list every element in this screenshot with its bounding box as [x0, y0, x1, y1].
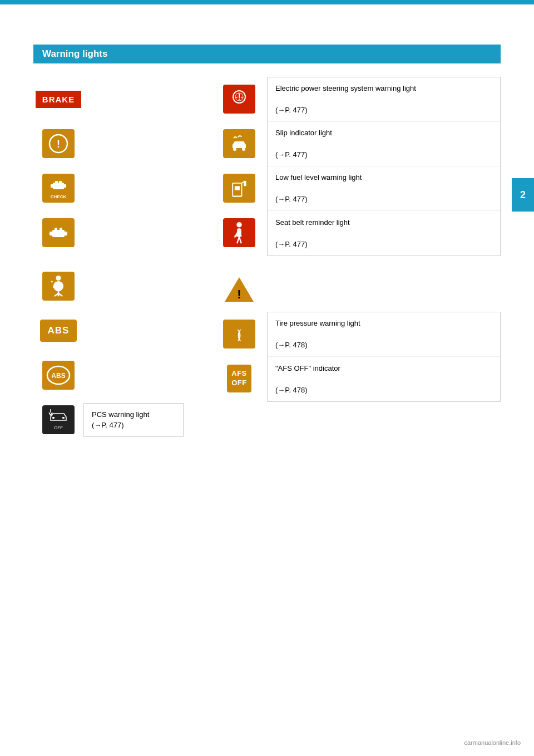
- svg-line-39: [239, 237, 241, 243]
- footer-logo: carmanualonline.info: [464, 739, 521, 746]
- check-engine-small-row: CHECK: [33, 166, 200, 210]
- warning-triangle-cell: !: [211, 267, 267, 312]
- left-column: BRAKE !: [33, 77, 200, 442]
- low-fuel-icon: [223, 174, 255, 203]
- eps-info: Electric power steering system warning l…: [268, 77, 500, 122]
- warning-triangle-icon: !: [224, 275, 255, 304]
- low-fuel-icon-cell: [211, 166, 267, 210]
- afs-off-info: "AFS OFF" indicator (→P. 478): [268, 357, 500, 401]
- airbag-icon: ✦: [42, 272, 75, 301]
- abs-off-row: ABS: [33, 353, 200, 397]
- svg-rect-9: [64, 232, 67, 235]
- svg-text:ABS: ABS: [51, 372, 65, 380]
- seatbelt-icon-cell: [211, 210, 267, 255]
- grouped-info-box-2: Tire pressure warning light (→P. 478) "A…: [267, 312, 501, 402]
- seatbelt-info: Seat belt reminder light (→P. 477): [268, 211, 500, 256]
- abs-icon: ABS: [40, 320, 77, 342]
- right-icons-group2: ( ! ) AFSOFF: [211, 312, 267, 402]
- tire-pressure-icon: ( ! ): [223, 320, 255, 348]
- svg-line-29: [241, 97, 243, 98]
- low-fuel-info: Low fuel level warning light (→P. 477): [268, 166, 500, 211]
- eps-icon: !: [223, 85, 255, 114]
- pcs-info-box: PCS warning light (→P. 477): [83, 403, 184, 437]
- svg-rect-10: [55, 228, 57, 231]
- svg-rect-3: [51, 184, 53, 188]
- warning-triangle-row: !: [211, 267, 501, 312]
- eps-icon-cell: !: [211, 77, 267, 121]
- seatbelt-icon: [223, 218, 255, 247]
- svg-text:✦: ✦: [50, 279, 54, 284]
- content-area: Warning lights BRAKE: [0, 0, 534, 475]
- pcs-row: OFF PCS warning light (→P. 477): [33, 397, 200, 442]
- abs-row: ABS: [33, 308, 200, 353]
- svg-rect-7: [52, 230, 65, 237]
- airbag-row: ✦: [33, 264, 200, 308]
- right-icons-group1: !: [211, 77, 267, 256]
- grouped-section-2: ( ! ) AFSOFF: [211, 312, 501, 402]
- engine-row: [33, 210, 200, 255]
- grouped-info-box-1: Electric power steering system warning l…: [267, 77, 501, 256]
- engine-icon: [42, 218, 75, 247]
- svg-rect-6: [59, 181, 62, 184]
- pcs-info-ref: (→P. 477): [92, 420, 175, 431]
- afs-off-icon: AFSOFF: [227, 365, 251, 392]
- svg-rect-35: [244, 181, 246, 186]
- svg-point-36: [236, 222, 242, 228]
- svg-rect-21: [52, 417, 55, 419]
- icons-layout: BRAKE !: [33, 77, 501, 442]
- hybrid-warning-row: !: [33, 121, 200, 166]
- brake-icon: BRAKE: [36, 91, 81, 108]
- svg-rect-33: [235, 186, 240, 190]
- brake-row: BRAKE: [33, 77, 200, 121]
- slip-icon: [223, 129, 255, 158]
- section-title-bar: Warning lights: [33, 45, 501, 63]
- tire-pressure-info: Tire pressure warning light (→P. 478): [268, 312, 500, 357]
- svg-rect-5: [55, 181, 58, 184]
- svg-rect-4: [63, 184, 66, 188]
- svg-rect-22: [62, 417, 65, 419]
- svg-rect-2: [53, 183, 64, 189]
- abs-off-icon: ABS: [42, 361, 75, 390]
- svg-point-30: [233, 148, 236, 151]
- svg-point-31: [242, 148, 245, 151]
- svg-text:): ): [237, 327, 241, 341]
- tire-pressure-icon-cell: ( ! ): [211, 312, 267, 356]
- afs-off-icon-cell: AFSOFF: [211, 356, 267, 401]
- svg-rect-11: [60, 228, 62, 231]
- pcs-icon: OFF: [42, 405, 75, 434]
- page: 2 Warning lights BRAKE: [0, 0, 534, 756]
- right-column: !: [211, 77, 501, 442]
- pcs-info-text: PCS warning light: [92, 409, 175, 420]
- svg-point-12: [56, 276, 61, 281]
- check-engine-small-icon: CHECK: [42, 174, 75, 203]
- section-title: Warning lights: [42, 48, 107, 59]
- hybrid-icon: !: [42, 129, 75, 158]
- grouped-section-1: !: [211, 77, 501, 256]
- slip-icon-cell: [211, 121, 267, 166]
- slip-info: Slip indicator light (→P. 477): [268, 122, 500, 166]
- svg-text:!: !: [237, 287, 241, 301]
- svg-rect-8: [50, 232, 53, 235]
- svg-line-28: [236, 97, 238, 98]
- svg-text:!: !: [57, 139, 60, 150]
